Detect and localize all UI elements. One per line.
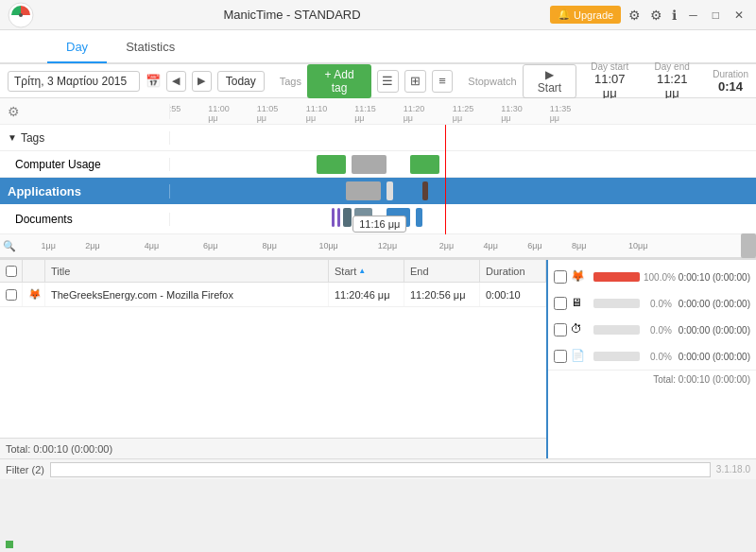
right-item-icon: 🦊: [571, 269, 586, 285]
upgrade-icon: 🔔: [558, 9, 571, 21]
row-title: TheGreeksEnergy.com - Mozilla Firefox: [45, 283, 329, 306]
right-panel-total: Total: 0:00:10 (0:00:00): [548, 370, 756, 388]
status-dot: [6, 541, 13, 548]
tab-statistics[interactable]: Statistics: [107, 32, 194, 63]
calendar-icon[interactable]: 📅: [146, 74, 161, 88]
applications-header-row: Applications: [0, 178, 756, 204]
time-tick: 11:25μμ: [453, 105, 474, 124]
documents-timeline: 11:16 μμ: [170, 204, 756, 234]
time-tick: 11:20μμ: [404, 105, 425, 124]
table-header: Title Start ▲ End Duration: [0, 260, 546, 283]
right-item-percent: 0.0%: [644, 352, 672, 362]
right-panel-item: ⏱ Mani 0.0% 0:00:00 (0:00:00): [548, 317, 756, 343]
timeline-area: ⚙ 10:55μμ11:00μμ11:05μμ11:10μμ11:15μμ11:…: [0, 98, 756, 260]
applications-header-label: Applications: [0, 184, 170, 198]
day-start-info: Day start 11:07 μμ: [588, 61, 631, 100]
time-tick: 11:00μμ: [208, 105, 230, 124]
right-item-duration: 0:00:00 (0:00:00): [676, 325, 750, 336]
tags-collapse-icon[interactable]: ▼: [8, 132, 17, 143]
right-item-icon: 📄: [571, 349, 586, 364]
start-button[interactable]: ▶ Start: [523, 64, 577, 98]
timeline-left-col: ⚙: [0, 104, 170, 119]
table-row[interactable]: 🦊 TheGreeksEnergy.com - Mozilla Firefox …: [0, 283, 546, 307]
timeline-scrollbar[interactable]: [741, 233, 756, 258]
upgrade-button[interactable]: 🔔 Upgrade: [550, 6, 621, 24]
th-start[interactable]: Start ▲: [329, 260, 404, 282]
ruler-row: 🔍 1μμ2μμ4μμ6μμ8μμ10μμ12μμ2μμ4μμ6μμ8μμ10μ…: [0, 234, 756, 259]
stopwatch-section-label: Stopwatch: [468, 76, 516, 87]
upgrade-label: Upgrade: [574, 9, 613, 21]
documents-row: Documents 11:16 μμ: [0, 204, 756, 234]
compact-view-button[interactable]: ≡: [432, 70, 454, 93]
info-icon[interactable]: ℹ: [670, 6, 679, 25]
right-item-bar-fill: [593, 272, 640, 282]
prev-day-button[interactable]: ◀: [166, 71, 186, 92]
timeline-bar: [343, 208, 352, 227]
filter-input[interactable]: [50, 462, 711, 477]
total-row: Total: 0:00:10 (0:00:00): [0, 438, 546, 458]
right-panel-item: 📄 Λεπτς 0.0% 0:00:00 (0:00:00): [548, 343, 756, 370]
select-all-checkbox[interactable]: [6, 266, 17, 277]
search-icon[interactable]: 🔍: [3, 240, 16, 252]
right-item-checkbox[interactable]: [554, 350, 567, 363]
sort-arrow-icon: ▲: [358, 267, 366, 275]
close-button[interactable]: ✕: [730, 9, 748, 22]
app-title: ManicTime - STANDARD: [34, 8, 550, 22]
tab-day[interactable]: Day: [47, 32, 107, 63]
table-area: Title Start ▲ End Duration 🦊 TheGreeksEn…: [0, 260, 548, 458]
computer-usage-label-col: Computer Usage: [0, 158, 170, 171]
duration-label: Duration: [713, 69, 748, 79]
timeline-times: 10:55μμ11:00μμ11:05μμ11:10μμ11:15μμ11:20…: [170, 98, 756, 125]
ruler-tick: 2μμ: [85, 241, 99, 250]
toolbar: 📅 ◀ ▶ Today Tags + Add tag ☰ ⊞ ≡ Stopwat…: [0, 64, 756, 98]
maximize-button[interactable]: □: [708, 9, 724, 22]
right-item-percent: 0.0%: [644, 299, 672, 309]
ruler-tick: 12μμ: [378, 241, 397, 250]
ruler-times: 1μμ2μμ4μμ6μμ8μμ10μμ12μμ2μμ4μμ6μμ8μμ10μμ: [19, 233, 756, 258]
timeline-bar: [387, 181, 392, 200]
minimize-button[interactable]: ─: [684, 9, 702, 22]
app-logo: [8, 2, 34, 28]
today-button[interactable]: Today: [217, 71, 265, 92]
right-item-bar: [593, 272, 640, 282]
row-icon: 🦊: [23, 283, 45, 306]
day-start-label: Day start: [588, 61, 631, 72]
add-tag-button[interactable]: + Add tag: [307, 64, 371, 98]
th-end[interactable]: End: [404, 260, 480, 282]
timeline-settings-icon[interactable]: ⚙: [8, 104, 20, 119]
right-item-bar: [593, 299, 640, 308]
timeline-tooltip: 11:16 μμ: [352, 216, 406, 233]
row-duration: 0:00:10: [480, 283, 546, 306]
puzzle-icon[interactable]: ⚙: [627, 6, 643, 25]
cursor-line: [445, 204, 446, 234]
th-title[interactable]: Title: [45, 260, 329, 282]
timeline-header: ⚙ 10:55μμ11:00μμ11:05μμ11:10μμ11:15μμ11:…: [0, 98, 756, 125]
right-item-duration: 0:00:00 (0:00:00): [676, 352, 750, 362]
grid-view-button[interactable]: ⊞: [404, 70, 426, 93]
tags-label-col: ▼ Tags: [0, 131, 170, 145]
next-day-button[interactable]: ▶: [192, 71, 212, 92]
right-panel: 🦊 Firefc 100.0% 0:00:10 (0:00:00) 🖥 Scre…: [548, 260, 756, 458]
list-view-button[interactable]: ☰: [377, 70, 399, 93]
ruler-tick: 8μμ: [572, 241, 586, 250]
filter-bar: Filter (2) 3.1.18.0: [0, 458, 756, 479]
documents-label-col: Documents: [0, 213, 170, 226]
right-panel-item: 🖥 Scree 0.0% 0:00:00 (0:00:00): [548, 290, 756, 317]
row-checkbox[interactable]: [6, 289, 17, 301]
th-checkbox: [0, 260, 23, 282]
ruler-tick: 8μμ: [262, 241, 276, 250]
ruler-tick: 4μμ: [145, 241, 159, 250]
time-tick: 10:55μμ: [170, 105, 180, 124]
right-item-checkbox[interactable]: [554, 297, 567, 310]
th-icon: [23, 260, 45, 282]
settings-gear-icon[interactable]: ⚙: [648, 6, 664, 25]
tags-timeline: [170, 125, 756, 151]
version-label: 3.1.18.0: [716, 464, 750, 474]
right-item-checkbox[interactable]: [554, 270, 567, 284]
timeline-bar: [416, 208, 421, 227]
th-duration[interactable]: Duration: [480, 260, 546, 282]
right-item-checkbox[interactable]: [554, 323, 567, 336]
timeline-bar: [352, 155, 387, 174]
right-item-percent: 0.0%: [644, 325, 672, 336]
date-input[interactable]: [8, 71, 140, 92]
